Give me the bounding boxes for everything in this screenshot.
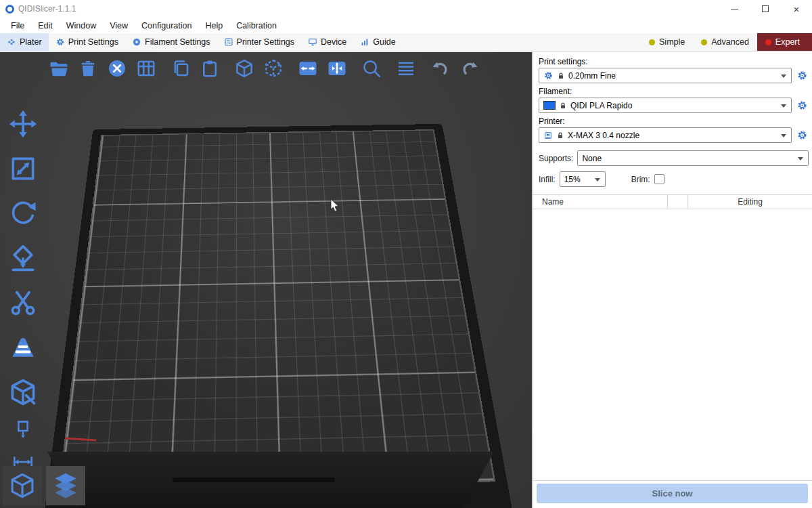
gear-icon (543, 70, 554, 81)
mouse-cursor (330, 198, 341, 212)
split-parts-button[interactable] (325, 57, 348, 80)
menu-file[interactable]: File (4, 19, 31, 33)
delete-all-button[interactable] (106, 57, 129, 80)
left-toolbar (5, 106, 41, 475)
filament-select[interactable]: QIDI PLA Rapido (539, 98, 792, 113)
tab-plater[interactable]: Plater (0, 33, 49, 51)
paint-supports-tool-button[interactable] (5, 330, 41, 365)
printer-select[interactable]: X-MAX 3 0.4 nozzle (539, 127, 792, 143)
object-list: Name Editing (533, 194, 812, 481)
infill-select[interactable]: 15% (560, 171, 606, 187)
lock-icon (556, 131, 564, 140)
search-icon (361, 58, 382, 79)
tab-device[interactable]: Device (301, 33, 353, 51)
settings-panel: Print settings: 0.20mm Fine Filament: QI… (532, 52, 812, 508)
cut-tool-button[interactable] (5, 285, 41, 320)
paste-button[interactable] (198, 57, 221, 80)
layers-preview-view-button[interactable] (46, 466, 85, 505)
filament-gear-button[interactable] (795, 99, 809, 112)
drop-to-bed-tool-button[interactable] (9, 417, 37, 442)
printer-gear-button[interactable] (795, 129, 809, 142)
delete-button[interactable] (76, 57, 99, 80)
print-settings-select[interactable]: 0.20mm Fine (539, 68, 792, 83)
menu-calibration[interactable]: Calibration (229, 19, 284, 33)
print-bed[interactable] (58, 129, 495, 491)
printer-row: X-MAX 3 0.4 nozzle (539, 127, 809, 143)
printer-label: Printer: (539, 117, 812, 126)
print-settings-value: 0.20mm Fine (568, 71, 616, 81)
tab-printer-settings[interactable]: Printer Settings (217, 33, 301, 51)
infill-row: Infill: 15% Brim: (539, 171, 809, 187)
remove-instance-icon (263, 58, 284, 79)
mode-simple[interactable]: Simple (641, 33, 693, 51)
lock-icon (557, 72, 565, 80)
mode-simple-label: Simple (659, 37, 685, 47)
arrange-button[interactable] (135, 57, 158, 80)
column-editing-header[interactable]: Editing (688, 195, 812, 209)
mode-expert-label: Expert (775, 37, 800, 47)
close-button[interactable]: × (781, 0, 812, 18)
brim-checkbox[interactable] (654, 174, 664, 184)
add-instance-button[interactable] (233, 57, 256, 80)
tab-print-settings[interactable]: Print Settings (49, 33, 125, 51)
supports-row: Supports: None (539, 150, 809, 166)
mode-advanced[interactable]: Advanced (693, 33, 757, 51)
maximize-button[interactable] (750, 0, 781, 18)
open-button[interactable] (47, 57, 70, 80)
rotate-tool-button[interactable] (5, 196, 41, 231)
3d-editor-view-button[interactable] (3, 466, 42, 505)
paint-supports-icon (8, 333, 38, 362)
tab-guide[interactable]: Guide (353, 33, 402, 51)
undo-button[interactable] (429, 57, 452, 80)
view-toggle (3, 466, 85, 505)
print-settings-gear-button[interactable] (795, 69, 809, 83)
tabbar: Plater Print Settings Filament Settings … (0, 33, 812, 51)
object-list-body[interactable] (533, 209, 812, 480)
redo-button[interactable] (458, 57, 481, 80)
tab-filament-settings[interactable]: Filament Settings (125, 33, 217, 51)
menu-view[interactable]: View (103, 19, 135, 33)
search-button[interactable] (360, 57, 383, 80)
place-on-face-icon (8, 243, 38, 273)
gear-icon (796, 100, 808, 111)
menu-edit[interactable]: Edit (31, 19, 60, 33)
slice-now-button[interactable]: Slice now (537, 484, 808, 503)
tab-print-settings-label: Print Settings (68, 37, 118, 47)
scale-tool-button[interactable] (5, 151, 41, 186)
menu-window[interactable]: Window (60, 19, 103, 33)
redo-icon (459, 58, 480, 79)
drop-to-bed-icon (12, 419, 34, 440)
column-extruder-header[interactable] (668, 195, 688, 209)
rotate-icon (8, 198, 38, 228)
place-on-face-tool-button[interactable] (5, 240, 41, 276)
tab-guide-label: Guide (373, 37, 395, 47)
gear-icon (796, 70, 808, 81)
supports-select[interactable]: None (577, 150, 809, 166)
remove-instance-button[interactable] (262, 57, 285, 80)
viewport-3d[interactable] (0, 52, 532, 508)
emboss-icon (8, 377, 38, 407)
printer-base-slot (173, 478, 335, 482)
emboss-tool-button[interactable] (5, 375, 41, 410)
print-settings-row: 0.20mm Fine (539, 68, 809, 83)
lock-icon (559, 102, 567, 110)
minimize-button[interactable] (719, 0, 750, 18)
mode-expert[interactable]: Expert (757, 33, 812, 51)
maximize-icon (762, 5, 769, 12)
window-title: QIDISlicer-1.1.1 (18, 4, 76, 14)
device-icon (308, 37, 317, 47)
split-parts-icon (327, 58, 347, 79)
mode-advanced-label: Advanced (711, 37, 749, 47)
menu-help[interactable]: Help (198, 19, 229, 33)
menu-configuration[interactable]: Configuration (135, 19, 198, 33)
minimize-icon (731, 9, 738, 9)
variable-layer-height-button[interactable] (394, 57, 418, 80)
paste-icon (200, 58, 220, 79)
move-tool-button[interactable] (5, 106, 41, 142)
copy-button[interactable] (169, 57, 192, 80)
column-name-header[interactable]: Name (533, 195, 668, 209)
tab-printer-settings-label: Printer Settings (237, 37, 294, 47)
split-objects-button[interactable] (296, 57, 319, 80)
close-icon: × (794, 4, 800, 14)
layer-lines-icon (396, 58, 416, 79)
